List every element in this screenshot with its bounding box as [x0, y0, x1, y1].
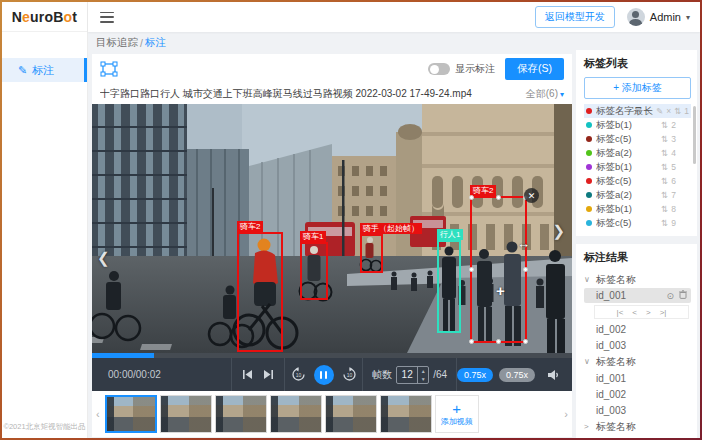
video-thumbnail-4[interactable] [270, 395, 322, 433]
toggle-switch[interactable] [428, 63, 450, 75]
menu-collapse-icon[interactable] [100, 12, 114, 23]
pause-button[interactable] [314, 365, 334, 385]
show-annotation-toggle[interactable]: 显示标注 [428, 62, 495, 76]
hotkey-badge: 4 [671, 148, 676, 158]
trash-icon[interactable] [679, 290, 687, 301]
sort-icon[interactable]: ⇅ [674, 106, 681, 116]
annotation-results-card: 标注结果 ∨ 标签名称 id_001 ⊙ |< [576, 244, 697, 438]
prev-frame-chevron-icon[interactable]: ❮ [97, 249, 110, 267]
box-delete-icon[interactable]: ✕ [524, 188, 539, 203]
video-title: 十字路口路口行人 城市交通上下班高峰斑马线过马路视频 2022-03-02 17… [100, 87, 526, 101]
video-thumbnail-5[interactable] [325, 395, 377, 433]
label-row[interactable]: 标签a(2) ⇅ 4 [584, 146, 691, 160]
result-item[interactable]: id_003 [584, 337, 691, 353]
resize-handle[interactable] [496, 339, 501, 344]
bbox-rider1[interactable]: 骑车1 [300, 242, 328, 300]
frame-spin-up-icon[interactable]: ▲ [418, 367, 428, 375]
resize-handle[interactable] [523, 339, 528, 344]
next-frame-button[interactable] [263, 369, 274, 380]
edit-icon[interactable]: ✎ [656, 106, 663, 116]
result-group-header[interactable]: ∨ 标签名称 [584, 271, 691, 288]
label-row[interactable]: 标签c(5) ⇅ 6 [584, 174, 691, 188]
speed-pill-active[interactable]: 0.75x [457, 368, 493, 382]
next-frame-icon[interactable]: > [646, 308, 651, 317]
add-label-button[interactable]: + 添加标签 [584, 77, 691, 99]
caret-right-icon: > [584, 422, 592, 431]
svg-text:10: 10 [346, 372, 352, 378]
label-row[interactable]: 标签c(5) ⇅ 3 [584, 132, 691, 146]
sort-icon[interactable]: ⇅ [661, 218, 668, 228]
label-row[interactable]: 标签c(5) ⇅ 9 [584, 216, 691, 230]
result-item[interactable]: id_002 [584, 386, 691, 402]
caret-down-icon: ∨ [584, 357, 592, 366]
resize-handle[interactable] [496, 195, 501, 200]
resize-handle[interactable] [469, 339, 474, 344]
save-button[interactable]: 保存(S) [505, 58, 564, 80]
result-group-header[interactable]: ∨ 标签名称 [584, 353, 691, 370]
add-video-button[interactable]: + 添加视频 [435, 395, 479, 433]
bbox-rider2-selected[interactable]: 骑车2 [470, 196, 527, 343]
scrollbar-thumb[interactable] [693, 106, 696, 164]
label-row[interactable]: 标签名字最长数... ✎ × ⇅ 1 [584, 104, 691, 118]
bbox-pedestrian1[interactable]: 行人1 [437, 240, 461, 333]
frame-number-input[interactable] [397, 367, 417, 383]
breadcrumb-parent[interactable]: 目标追踪 [96, 36, 138, 50]
caret-down-icon: ∨ [584, 275, 592, 284]
result-id: id_001 [596, 373, 626, 384]
delete-icon[interactable]: × [666, 106, 671, 116]
sort-icon[interactable]: ⇅ [661, 148, 668, 158]
result-item[interactable]: id_001 [584, 370, 691, 386]
strip-scroll-right-icon[interactable]: › [562, 408, 570, 420]
video-progress-bar[interactable] [92, 353, 572, 358]
bbox-rider-startframe[interactable]: 骑手（起始帧） [360, 234, 383, 273]
label-row[interactable]: 标签b(1) ⇅ 5 [584, 160, 691, 174]
result-item-selected[interactable]: id_001 ⊙ [584, 288, 691, 303]
result-item[interactable]: id_003 [584, 402, 691, 418]
result-id: id_003 [596, 405, 626, 416]
bbox-rider2[interactable]: 骑车2 [237, 232, 283, 352]
video-canvas[interactable]: 骑车2 骑车1 骑手（起始帧） 行人1 骑车2 [92, 104, 572, 353]
sort-icon[interactable]: ⇅ [661, 176, 668, 186]
result-group-header-collapsed[interactable]: > 标签名称 [584, 418, 691, 435]
frame-total-label: /64 [433, 369, 447, 380]
resize-handle[interactable] [469, 267, 474, 272]
locate-icon[interactable]: ⊙ [666, 291, 674, 301]
forward-10-button[interactable]: 10 [342, 367, 357, 382]
sort-icon[interactable]: ⇅ [661, 134, 668, 144]
label-filter-dropdown[interactable]: 全部(6) ▾ [526, 87, 564, 101]
hotkey-badge: 2 [671, 120, 676, 130]
strip-scroll-left-icon[interactable]: ‹ [94, 408, 102, 420]
prev-frame-icon[interactable]: < [632, 308, 637, 317]
label-row[interactable]: 标签a(2) ⇅ 7 [584, 188, 691, 202]
back-to-model-dev-button[interactable]: 返回模型开发 [535, 6, 615, 28]
label-row[interactable]: 标签b(1) ⇅ 8 [584, 202, 691, 216]
last-frame-icon[interactable]: >| [660, 308, 667, 317]
video-thumbnail-3[interactable] [215, 395, 267, 433]
sidebar-item-annotate[interactable]: ✎ 标注 [2, 58, 87, 82]
filmstrip: ‹ + 添加视频 › [92, 391, 572, 437]
sort-icon[interactable]: ⇅ [661, 190, 668, 200]
speed-pill[interactable]: 0.75x [499, 368, 535, 382]
resize-handle[interactable] [469, 195, 474, 200]
sort-icon[interactable]: ⇅ [661, 120, 668, 130]
video-thumbnail-6[interactable] [380, 395, 432, 433]
label-color-dot [586, 108, 592, 114]
rewind-10-button[interactable]: 10 [291, 367, 306, 382]
logo-part: t [72, 9, 77, 25]
frame-spin-down-icon[interactable]: ▼ [418, 375, 428, 383]
prev-frame-button[interactable] [242, 369, 253, 380]
label-row[interactable]: 标签b(1) ⇅ 2 [584, 118, 691, 132]
next-frame-chevron-icon[interactable]: ❯ [552, 222, 565, 240]
resize-handle[interactable] [523, 267, 528, 272]
sort-icon[interactable]: ⇅ [661, 204, 668, 214]
result-item[interactable]: id_002 [584, 321, 691, 337]
video-thumbnail-2[interactable] [160, 395, 212, 433]
plus-icon: + [452, 402, 461, 416]
user-menu[interactable]: Admin ▾ [627, 8, 690, 26]
first-frame-icon[interactable]: |< [617, 308, 624, 317]
draw-rect-tool-icon[interactable] [100, 61, 118, 77]
volume-icon[interactable] [547, 369, 560, 381]
sort-icon[interactable]: ⇅ [661, 162, 668, 172]
video-thumbnail-1[interactable] [105, 395, 157, 433]
copyright-text: ©2021北京矩视智能出品 [2, 422, 87, 432]
